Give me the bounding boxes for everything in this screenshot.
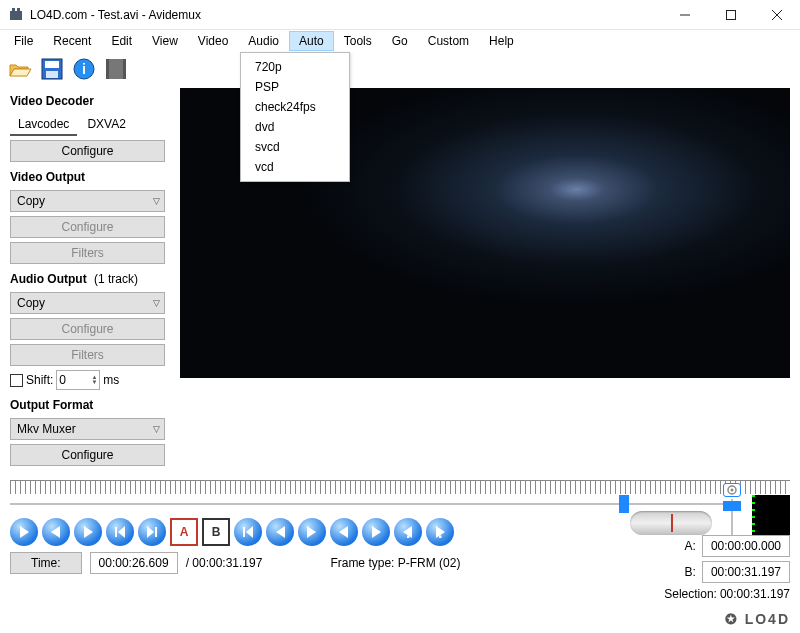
menu-file[interactable]: File — [4, 31, 43, 51]
shift-spinner[interactable]: 0 ▲▼ — [56, 370, 100, 390]
goto-marker-b-button[interactable] — [298, 518, 326, 546]
audio-configure-button[interactable]: Configure — [10, 318, 165, 340]
play-button[interactable] — [10, 518, 38, 546]
decoder-tab-dxva2[interactable]: DXVA2 — [79, 114, 133, 136]
marker-b-field[interactable]: 00:00:31.197 — [702, 561, 790, 583]
auto-item-psp[interactable]: PSP — [241, 77, 349, 97]
next-keyframe-button[interactable] — [138, 518, 166, 546]
auto-item-check24fps[interactable]: check24fps — [241, 97, 349, 117]
content: Video Decoder Lavcodec DXVA2 Configure V… — [0, 86, 800, 470]
video-filters-button[interactable]: Filters — [10, 242, 165, 264]
selection-panel: A: 00:00:00.000 B: 00:00:31.197 Selectio… — [590, 535, 790, 605]
app-icon — [8, 7, 24, 23]
shift-value: 0 — [59, 373, 66, 387]
auto-item-vcd[interactable]: vcd — [241, 157, 349, 177]
menu-auto[interactable]: Auto — [289, 31, 334, 51]
video-output-label: Video Output — [10, 170, 170, 184]
video-output-value: Copy — [17, 194, 45, 208]
auto-item-svcd[interactable]: svcd — [241, 137, 349, 157]
duration-value: / 00:00:31.197 — [186, 556, 263, 570]
menu-help[interactable]: Help — [479, 31, 524, 51]
sidebar: Video Decoder Lavcodec DXVA2 Configure V… — [0, 86, 180, 470]
video-configure-button[interactable]: Configure — [10, 216, 165, 238]
audio-output-label: Audio Output (1 track) — [10, 272, 170, 286]
goto-marker-a-button[interactable] — [266, 518, 294, 546]
svg-rect-14 — [106, 59, 109, 79]
svg-marker-24 — [147, 526, 154, 538]
svg-rect-21 — [115, 527, 117, 537]
menu-custom[interactable]: Custom — [418, 31, 479, 51]
auto-item-dvd[interactable]: dvd — [241, 117, 349, 137]
decoder-configure-button[interactable]: Configure — [10, 140, 165, 162]
svg-marker-22 — [118, 526, 125, 538]
svg-marker-19 — [51, 526, 60, 538]
close-button[interactable] — [754, 0, 800, 30]
shift-row: Shift: 0 ▲▼ ms — [10, 370, 170, 390]
shift-checkbox[interactable] — [10, 374, 23, 387]
menu-tools[interactable]: Tools — [334, 31, 382, 51]
svg-rect-23 — [155, 527, 157, 537]
titlebar: LO4D.com - Test.avi - Avidemux — [0, 0, 800, 30]
time-field[interactable]: 00:00:26.609 — [90, 552, 178, 574]
next-frame-button[interactable] — [74, 518, 102, 546]
audio-filters-button[interactable]: Filters — [10, 344, 165, 366]
video-output-select[interactable]: Copy ▽ — [10, 190, 165, 212]
marker-b-label: B: — [685, 565, 696, 579]
svg-rect-13 — [109, 59, 123, 79]
auto-item-720p[interactable]: 720p — [241, 57, 349, 77]
save-icon[interactable] — [38, 55, 66, 83]
svg-text:■: ■ — [438, 533, 441, 539]
svg-rect-2 — [17, 8, 20, 13]
volume-handle[interactable] — [723, 501, 741, 511]
menu-go[interactable]: Go — [382, 31, 418, 51]
prev-black-button[interactable]: ■ — [394, 518, 422, 546]
spinner-arrows-icon: ▲▼ — [91, 375, 97, 385]
output-format-value: Mkv Muxer — [17, 422, 76, 436]
decoder-tab-lavcodec[interactable]: Lavcodec — [10, 114, 77, 136]
svg-rect-4 — [727, 10, 736, 19]
prev-cut-button[interactable] — [330, 518, 358, 546]
next-black-button[interactable]: ■ — [426, 518, 454, 546]
audio-output-label-text: Audio Output — [10, 272, 87, 286]
svg-marker-28 — [307, 526, 316, 538]
audio-output-select[interactable]: Copy ▽ — [10, 292, 165, 314]
set-marker-b-button[interactable]: B — [202, 518, 230, 546]
shift-unit: ms — [103, 373, 119, 387]
jog-dial[interactable] — [630, 511, 712, 535]
svg-marker-18 — [20, 526, 29, 538]
output-configure-button[interactable]: Configure — [10, 444, 165, 466]
time-label: Time: — [10, 552, 82, 574]
svg-marker-30 — [372, 526, 381, 538]
menu-edit[interactable]: Edit — [101, 31, 142, 51]
menu-video[interactable]: Video — [188, 31, 238, 51]
svg-marker-27 — [276, 526, 285, 538]
window-title: LO4D.com - Test.avi - Avidemux — [30, 8, 662, 22]
decoder-tabs: Lavcodec DXVA2 — [10, 114, 170, 136]
next-cut-button[interactable] — [362, 518, 390, 546]
maximize-button[interactable] — [708, 0, 754, 30]
minimize-button[interactable] — [662, 0, 708, 30]
goto-start-button[interactable] — [234, 518, 262, 546]
chevron-down-icon: ▽ — [153, 196, 160, 206]
prev-frame-button[interactable] — [42, 518, 70, 546]
film-icon[interactable] — [102, 55, 130, 83]
svg-marker-20 — [84, 526, 93, 538]
menu-recent[interactable]: Recent — [43, 31, 101, 51]
menu-audio[interactable]: Audio — [238, 31, 289, 51]
marker-a-field[interactable]: 00:00:00.000 — [702, 535, 790, 557]
timeline-handle[interactable] — [619, 495, 629, 513]
menu-view[interactable]: View — [142, 31, 188, 51]
selection-label: Selection: — [664, 587, 717, 601]
output-format-select[interactable]: Mkv Muxer ▽ — [10, 418, 165, 440]
set-marker-a-button[interactable]: A — [170, 518, 198, 546]
svg-rect-1 — [12, 8, 15, 13]
frame-type: Frame type: P-FRM (02) — [330, 556, 460, 570]
auto-dropdown: 720p PSP check24fps dvd svcd vcd — [240, 52, 350, 182]
info-icon[interactable]: i — [70, 55, 98, 83]
output-format-label: Output Format — [10, 398, 170, 412]
toolbar: i — [0, 52, 800, 86]
open-icon[interactable] — [6, 55, 34, 83]
svg-text:■: ■ — [406, 533, 409, 539]
selection-value: 00:00:31.197 — [720, 587, 790, 601]
prev-keyframe-button[interactable] — [106, 518, 134, 546]
